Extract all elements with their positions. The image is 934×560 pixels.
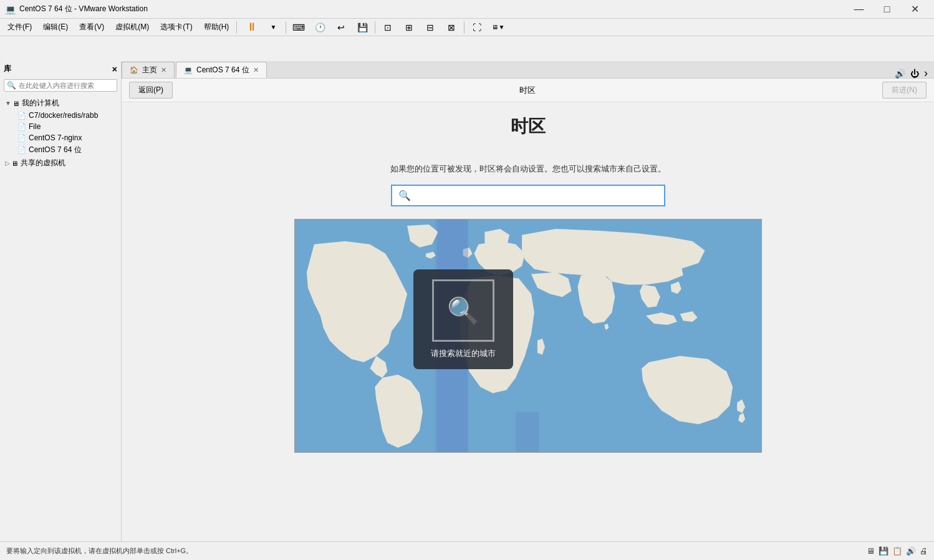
sidebar-search-input[interactable] xyxy=(19,82,114,89)
title-bar-text: CentOS 7 64 位 - VMware Workstation xyxy=(19,4,845,14)
vm-controls: 🔊 ⏻ › xyxy=(895,67,928,80)
vm-tab-icon: 💻 xyxy=(184,66,193,74)
page-title: 时区 xyxy=(511,115,546,138)
tab-centos-label: CentOS 7 64 位 xyxy=(196,65,249,75)
search-icon: 🔍 xyxy=(7,81,16,90)
world-map[interactable]: 🔍 请搜索就近的城市 xyxy=(294,219,762,453)
tabs-bar: 🏠 主页 ✕ 💻 CentOS 7 64 位 ✕ xyxy=(122,61,934,79)
maximize-button[interactable]: □ xyxy=(873,0,901,19)
title-bar: 💻 CentOS 7 64 位 - VMware Workstation — □… xyxy=(0,0,934,19)
snapshot[interactable]: 🕐 xyxy=(310,19,330,36)
main-content: 返回(P) 时区 前进(N) 时区 如果您的位置可被发现，时区将会自动设置。您也… xyxy=(122,79,934,541)
panel-close-button[interactable]: × xyxy=(112,64,117,74)
unity[interactable]: ⊞ xyxy=(399,19,419,36)
status-icon-4: 🔊 xyxy=(906,546,916,556)
status-message: 要将输入定向到该虚拟机，请在虚拟机内部单击或按 Ctrl+G。 xyxy=(6,546,193,556)
minimize-button[interactable]: — xyxy=(845,0,873,19)
speaker-icon[interactable]: 🔊 xyxy=(895,69,905,79)
page-subtitle: 如果您的位置可被发现，时区将会自动设置。您也可以搜索城市来自己设置。 xyxy=(390,163,666,175)
nav-title: 时区 xyxy=(519,85,536,96)
menu-tabs[interactable]: 选项卡(T) xyxy=(155,19,197,35)
menu-bar: 文件(F) 编辑(E) 查看(V) 虚拟机(M) 选项卡(T) 帮助(H) ⏸ … xyxy=(0,19,934,36)
left-panel: 库 × 🔍 ▼ 🖥 我的计算机 📄 C7/docker/redis/rabb 📄… xyxy=(0,61,122,560)
sep2 xyxy=(286,21,286,34)
tab-home[interactable]: 🏠 主页 ✕ xyxy=(122,62,175,78)
tree-label: 共享的虚拟机 xyxy=(21,158,65,168)
expand-icon: ▼ xyxy=(5,100,11,107)
tab-home-label: 主页 xyxy=(142,65,157,75)
vm-icon: 📄 xyxy=(17,134,26,142)
back-button[interactable]: 返回(P) xyxy=(129,82,173,99)
status-icon-1: 🖥 xyxy=(867,546,875,556)
tree-label: 我的计算机 xyxy=(22,98,59,109)
separator xyxy=(236,21,237,34)
status-bar: 要将输入定向到该虚拟机，请在虚拟机内部单击或按 Ctrl+G。 🖥 💾 📋 🔊 … xyxy=(0,541,934,560)
map-overlay-text: 请搜索就近的城市 xyxy=(431,348,496,359)
vm-icon: 📄 xyxy=(17,123,26,131)
tree-item-file[interactable]: 📄 File xyxy=(0,121,121,132)
pause-button[interactable]: ⏸ xyxy=(242,19,262,36)
revert[interactable]: ↩ xyxy=(331,19,351,36)
arrow-icon[interactable]: › xyxy=(924,67,928,80)
power-icon[interactable]: ⏻ xyxy=(910,69,919,79)
vm-icon: 📄 xyxy=(17,146,26,154)
tree-item-my-computer[interactable]: ▼ 🖥 我的计算机 xyxy=(0,97,121,110)
status-icon-3: 📋 xyxy=(892,546,902,556)
panel-title: 库 xyxy=(4,64,11,74)
panel-header: 库 × xyxy=(0,61,121,77)
computer-icon: 🖥 xyxy=(12,100,19,107)
map-search-icon: 🔍 xyxy=(447,296,479,326)
title-bar-buttons: — □ ✕ xyxy=(845,0,929,19)
display-options[interactable]: 🖥▼ xyxy=(488,19,508,36)
fullscreen[interactable]: ⊡ xyxy=(378,19,398,36)
menu-help[interactable]: 帮助(H) xyxy=(199,19,234,35)
suspend[interactable]: 💾 xyxy=(352,19,372,36)
fit-window[interactable]: ⊠ xyxy=(441,19,461,36)
forward-button[interactable]: 前进(N) xyxy=(882,82,927,99)
map-overlay-inner: 🔍 xyxy=(432,279,494,342)
tree-item-centos-64[interactable]: 📄 CentOS 7 64 位 xyxy=(0,143,121,157)
tab-home-close[interactable]: ✕ xyxy=(161,66,166,74)
vm-icon: 📄 xyxy=(17,112,26,120)
status-icon-5: 🖨 xyxy=(920,546,928,556)
menu-view[interactable]: 查看(V) xyxy=(74,19,109,35)
search-magnifier-icon: 🔍 xyxy=(398,190,411,201)
shared-icon: 🖥 xyxy=(11,160,18,167)
nav-bar: 返回(P) 时区 前进(N) xyxy=(122,79,934,102)
status-icons: 🖥 💾 📋 🔊 🖨 xyxy=(867,546,928,556)
tab-centos-close[interactable]: ✕ xyxy=(253,66,259,74)
tree-item-c7docker[interactable]: 📄 C7/docker/redis/rabb xyxy=(0,110,121,121)
close-button[interactable]: ✕ xyxy=(901,0,929,19)
tab-centos[interactable]: 💻 CentOS 7 64 位 ✕ xyxy=(176,62,267,78)
tree-label: File xyxy=(29,122,41,131)
sidebar-search-box[interactable]: 🔍 xyxy=(4,79,117,92)
city-search-wrap[interactable]: 🔍 xyxy=(391,185,665,206)
tree-item-shared-vms[interactable]: ▷ 🖥 共享的虚拟机 xyxy=(0,157,121,170)
map-search-overlay: 🔍 请搜索就近的城市 xyxy=(413,269,513,369)
map-svg xyxy=(295,220,761,452)
svg-rect-2 xyxy=(516,412,539,452)
sep4 xyxy=(464,21,465,34)
tree-area: ▼ 🖥 我的计算机 📄 C7/docker/redis/rabb 📄 File … xyxy=(0,94,121,560)
page-body: 时区 如果您的位置可被发现，时区将会自动设置。您也可以搜索城市来自己设置。 🔍 xyxy=(122,102,934,541)
fit-guest[interactable]: ⊟ xyxy=(420,19,440,36)
menu-edit[interactable]: 编辑(E) xyxy=(38,19,73,35)
tree-label: CentOS 7 64 位 xyxy=(29,145,82,155)
send-ctrl-alt-del[interactable]: ⌨ xyxy=(289,19,309,36)
title-bar-icon: 💻 xyxy=(5,4,16,14)
enter-fullscreen[interactable]: ⛶ xyxy=(467,19,487,36)
home-icon: 🏠 xyxy=(130,66,138,74)
expand-icon-shared: ▷ xyxy=(5,160,10,167)
menu-vm[interactable]: 虚拟机(M) xyxy=(110,19,154,35)
status-icon-2: 💾 xyxy=(879,546,888,556)
tree-label: CentOS 7-nginx xyxy=(29,133,82,142)
tree-item-centos-nginx[interactable]: 📄 CentOS 7-nginx xyxy=(0,132,121,143)
sep3 xyxy=(375,21,375,34)
tree-label: C7/docker/redis/rabb xyxy=(29,111,98,120)
pause-dropdown[interactable]: ▼ xyxy=(263,19,283,36)
menu-file[interactable]: 文件(F) xyxy=(2,19,37,35)
city-search-input[interactable] xyxy=(415,191,658,201)
